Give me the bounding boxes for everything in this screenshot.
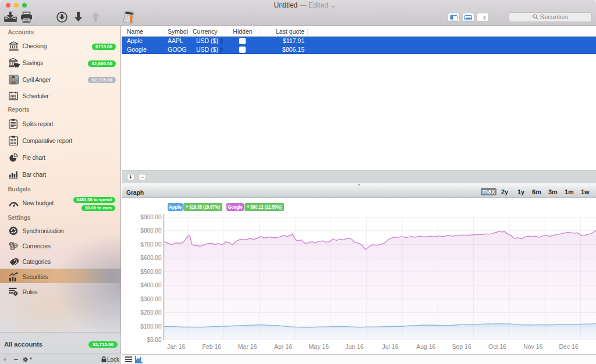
svg-text:$0.00: $0.00 [147,337,161,343]
svg-text:$200.00: $200.00 [140,309,162,316]
svg-text:$600.00: $600.00 [140,255,162,261]
svg-text:+ $19.38 (19.67%): + $19.38 (19.67%) [186,204,220,210]
svg-text:Nov 16: Nov 16 [523,343,542,350]
svg-text:Sep 16: Sep 16 [452,343,471,350]
svg-text:$800.00: $800.00 [140,227,162,234]
svg-text:$900.00: $900.00 [140,214,162,220]
svg-text:$400.00: $400.00 [140,282,162,288]
svg-text:$: $ [15,244,17,247]
svg-text:Jul 16: Jul 16 [382,343,398,350]
svg-text:Oct 16: Oct 16 [488,343,506,350]
svg-text:Apple: Apple [169,204,182,210]
svg-text:Apr 16: Apr 16 [274,343,292,350]
svg-text:Google: Google [228,204,243,210]
svg-text:$: $ [11,242,13,246]
svg-text:Feb 16: Feb 16 [202,343,221,350]
svg-text:Mar 16: Mar 16 [238,343,257,350]
svg-text:$500.00: $500.00 [140,269,162,275]
svg-text:+ $90.12 (12.59%): + $90.12 (12.59%) [247,204,282,210]
svg-text:Dec 16: Dec 16 [559,343,578,350]
svg-text:$: $ [12,247,13,249]
svg-text:Aug 16: Aug 16 [416,343,435,350]
svg-text:May 16: May 16 [309,343,329,350]
svg-text:Jun 16: Jun 16 [345,343,364,350]
svg-text:Jan 16: Jan 16 [167,343,186,350]
svg-text:$700.00: $700.00 [140,241,162,248]
svg-text:$300.00: $300.00 [140,296,162,302]
svg-text:$100.00: $100.00 [140,323,162,330]
